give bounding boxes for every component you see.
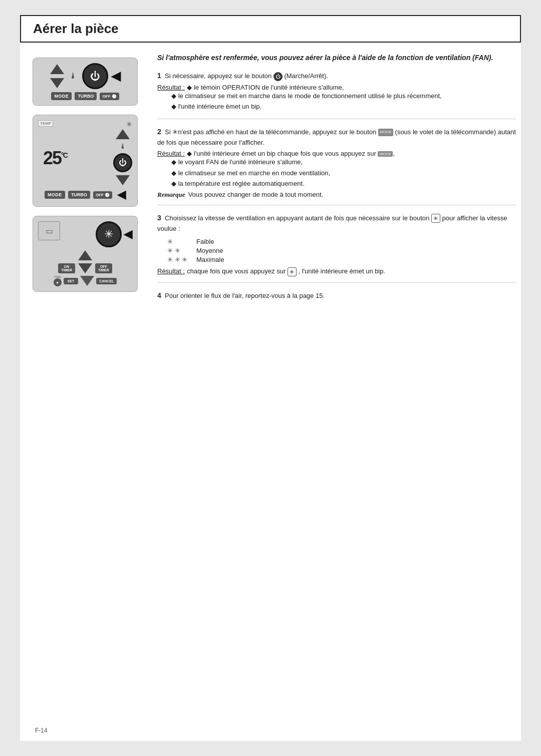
speed-row-1: ✳ Faible <box>167 238 516 245</box>
step3-result: Résultat : chaque fois que vous appuyez … <box>157 267 516 276</box>
timer-down-arrow-icon <box>78 263 92 273</box>
remote1-top-row: 🌡 ⏻ ◀ <box>50 63 120 89</box>
fan-spin-icon: ✳ <box>104 228 113 241</box>
content: 🌡 ⏻ ◀ MODE TURBO OFF 🕐 <box>20 43 521 324</box>
step1-bullet1: le témoin OPERATION de l'unité intérieur… <box>194 84 344 91</box>
thermometer-icon: 🌡 <box>69 72 77 81</box>
set-button[interactable]: SET <box>64 278 79 284</box>
down-arrow-icon <box>50 78 64 88</box>
fan-button-icon: ✳ <box>431 214 440 223</box>
speed-label-1: Faible <box>196 238 214 245</box>
mode2-button[interactable]: MODE <box>45 191 65 199</box>
off-button[interactable]: OFF 🕐 <box>100 93 119 100</box>
temp-display: 25°C <box>38 147 67 167</box>
set-down-arrow-icon <box>80 276 94 286</box>
remarque-label: Remarque <box>157 191 185 199</box>
step1-diamond: ◆ <box>187 84 192 91</box>
step-4: 4 Pour orienter le flux de l'air, report… <box>157 290 516 307</box>
step3-result-text: chaque fois que vous appuyez sur ✳ , l'u… <box>187 267 385 276</box>
step2-number: 2 <box>157 128 161 136</box>
step1-li3: l'unité intérieure émet un bip. <box>171 102 516 112</box>
pointer3-arrow-icon: ◀ <box>124 228 132 241</box>
cancel-button[interactable]: CANCEL <box>96 278 117 284</box>
timer-arrows <box>78 250 92 273</box>
step2-li4: la température est réglée automatiquemen… <box>171 179 516 189</box>
on-timer-group: ONTIMER <box>58 263 75 273</box>
fan-symbol-1: ✳ <box>172 128 178 136</box>
power-button[interactable]: ⏻ <box>82 63 108 89</box>
clock-small-icon: 🕐 <box>112 94 117 99</box>
down-arrow2-icon <box>116 175 130 185</box>
up-arrow2-icon <box>116 129 130 139</box>
fan-icon-top: ✳ <box>126 120 132 128</box>
temp-label: TEMP <box>38 120 53 127</box>
page-title: Aérer la pièce <box>20 15 521 43</box>
step2-bullet-list: le voyant FAN de l'unité intérieure s'al… <box>171 157 516 189</box>
power2-button[interactable]: ⏻ <box>113 153 132 172</box>
step1-bullet-list: le climatiseur se met en marche dans le … <box>171 91 516 112</box>
speed-icon-3: ✳ ✳ ✳ <box>167 256 192 263</box>
remote1-bottom-row: MODE TURBO OFF 🕐 <box>51 92 119 100</box>
pointer-arrow-icon: ◀ <box>111 69 120 83</box>
time-group: TIME ● <box>54 275 62 286</box>
pointer2-arrow-icon: ◀ <box>117 188 126 201</box>
step1-text: 1 Si nécessaire, appuyez sur le bouton ⏻… <box>157 70 516 82</box>
off2-button[interactable]: OFF 🕐 <box>93 191 112 199</box>
remote3-timer-row: ONTIMER OFFTIMER <box>38 250 132 273</box>
page: Aérer la pièce 🌡 ⏻ <box>20 15 521 741</box>
speed-icon-1: ✳ <box>167 238 192 245</box>
remote-2: TEMP ✳ 25°C 🌡 ⏻ <box>33 115 138 207</box>
remote2-main: 25°C 🌡 ⏻ <box>38 129 132 185</box>
off-timer-button[interactable]: OFFTIMER <box>95 263 112 273</box>
right-column: Si l'atmosphère est renfermée, vous pouv… <box>145 53 516 314</box>
step1-li2: le climatiseur se met en marche dans le … <box>171 91 516 101</box>
fan-button-icon2: ✳ <box>288 267 297 276</box>
step2-diamond: ◆ <box>187 150 192 157</box>
speed-row-3: ✳ ✳ ✳ Maximale <box>167 256 516 263</box>
up-arrow-icon <box>50 64 64 74</box>
speed-row-2: ✳ ✳ Moyenne <box>167 247 516 254</box>
step-1: 1 Si nécessaire, appuyez sur le bouton ⏻… <box>157 70 516 119</box>
step4-number: 4 <box>157 291 161 299</box>
remote3-fan-area: ✳ ◀ <box>96 221 132 247</box>
power-icon-inline: ⏻ <box>274 72 283 81</box>
fan-speed-table: ✳ Faible ✳ ✳ Moyenne ✳ ✳ ✳ Maximale <box>167 238 516 263</box>
off-timer-group: OFFTIMER <box>95 263 112 273</box>
turbo-button[interactable]: TURBO <box>75 92 97 100</box>
step1-result-label: Résultat : <box>157 84 185 91</box>
remote3-bottom: TIME ● SET CANCEL <box>38 275 132 286</box>
remarque-text: Vous pouvez changer de mode à tout momen… <box>188 191 324 199</box>
on-timer-button[interactable]: ONTIMER <box>58 263 75 273</box>
step2-result: Résultat : ◆ l'unité intérieure émet un … <box>157 150 516 157</box>
remote3-top: ▭ ✳ ◀ <box>38 221 132 247</box>
thermometer2-icon: 🌡 <box>119 142 126 150</box>
step2-text: 2 Si ✳n'est pas affiché en haut de la té… <box>157 126 516 148</box>
fan-button[interactable]: ✳ <box>96 221 122 247</box>
step3-result-label: Résultat : <box>157 267 185 275</box>
turbo2-button[interactable]: TURBO <box>68 191 90 199</box>
step-2: 2 Si ✳n'est pas affiché en haut de la té… <box>157 126 516 205</box>
remote-1: 🌡 ⏻ ◀ MODE TURBO OFF 🕐 <box>33 58 138 106</box>
step4-text: 4 Pour orienter le flux de l'air, report… <box>157 290 516 301</box>
dot-icon: ● <box>56 280 59 285</box>
screen-icon: ▭ <box>46 226 53 236</box>
mode-button[interactable]: MODE <box>51 92 72 100</box>
left-column: 🌡 ⏻ ◀ MODE TURBO OFF 🕐 <box>25 53 145 314</box>
display-icon: ▭ <box>38 221 60 240</box>
mode-inline-icon2: MODE <box>378 151 393 157</box>
step-3: 3 Choisissez la vitesse de ventilation e… <box>157 212 516 283</box>
step1-result: Résultat : ◆ le témoin OPERATION de l'un… <box>157 84 516 91</box>
step2-li3: le climatiseur se met en marche en mode … <box>171 168 516 178</box>
intro-text: Si l'atmosphère est renfermée, vous pouv… <box>157 53 516 63</box>
step2-remarque: Remarque Vous pouvez changer de mode à t… <box>157 191 516 199</box>
remote2-right-controls: 🌡 ⏻ <box>113 129 132 185</box>
mode-inline-icon: MODE <box>378 129 393 136</box>
speed-label-3: Maximale <box>196 256 224 263</box>
step3-text: 3 Choisissez la vitesse de ventilation e… <box>157 212 516 234</box>
speed-label-2: Moyenne <box>196 247 223 254</box>
timer-up-arrow-icon <box>78 250 92 260</box>
speed-icon-2: ✳ ✳ <box>167 247 192 254</box>
step2-li2: le voyant FAN de l'unité intérieure s'al… <box>171 157 516 167</box>
remote2-bottom-row: MODE TURBO OFF 🕐 ◀ <box>45 188 126 201</box>
step1-number: 1 <box>157 72 161 80</box>
